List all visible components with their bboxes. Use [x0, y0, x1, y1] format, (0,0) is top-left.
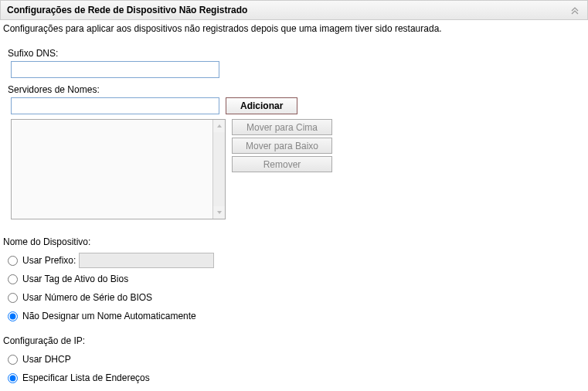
use-dhcp-radio[interactable]	[8, 355, 18, 365]
use-prefix-label: Usar Prefixo:	[22, 255, 76, 266]
use-prefix-radio[interactable]	[8, 256, 18, 266]
use-bios-asset-tag-radio[interactable]	[8, 274, 18, 284]
move-down-button[interactable]: Mover para Baixo	[232, 138, 332, 154]
use-dhcp-label: Usar DHCP	[22, 354, 71, 365]
scrollbar[interactable]	[212, 120, 225, 219]
use-bios-serial-label: Usar Número de Série do BIOS	[22, 292, 152, 303]
panel-body: Configurações para aplicar aos dispositi…	[0, 20, 588, 391]
name-server-input[interactable]	[11, 97, 219, 114]
collapse-icon[interactable]	[569, 4, 581, 16]
specify-address-list-radio[interactable]	[8, 373, 18, 383]
prefix-input	[79, 253, 214, 268]
scroll-up-icon[interactable]	[213, 120, 225, 132]
use-bios-serial-radio[interactable]	[8, 293, 18, 303]
specify-address-list-label: Especificar Lista de Endereços	[22, 372, 150, 383]
use-bios-asset-tag-label: Usar Tag de Ativo do Bios	[22, 274, 128, 284]
scroll-down-icon[interactable]	[213, 206, 225, 219]
add-button[interactable]: Adicionar	[226, 97, 297, 114]
panel-description: Configurações para aplicar aos dispositi…	[3, 23, 585, 34]
name-servers-listbox[interactable]	[11, 119, 226, 219]
dns-suffix-label: Sufixo DNS:	[8, 48, 585, 59]
panel-header: Configurações de Rede de Dispositivo Não…	[0, 0, 588, 20]
no-auto-assign-radio[interactable]	[8, 311, 18, 321]
dns-suffix-input[interactable]	[11, 61, 219, 78]
panel-title: Configurações de Rede de Dispositivo Não…	[7, 5, 247, 15]
name-servers-label: Servidores de Nomes:	[8, 84, 585, 95]
no-auto-assign-label: Não Designar um Nome Automaticamente	[22, 311, 196, 321]
device-name-heading: Nome do Dispositivo:	[3, 236, 585, 247]
move-up-button[interactable]: Mover para Cima	[232, 119, 332, 135]
remove-button[interactable]: Remover	[232, 156, 332, 172]
ip-config-heading: Configuração de IP:	[3, 335, 585, 346]
